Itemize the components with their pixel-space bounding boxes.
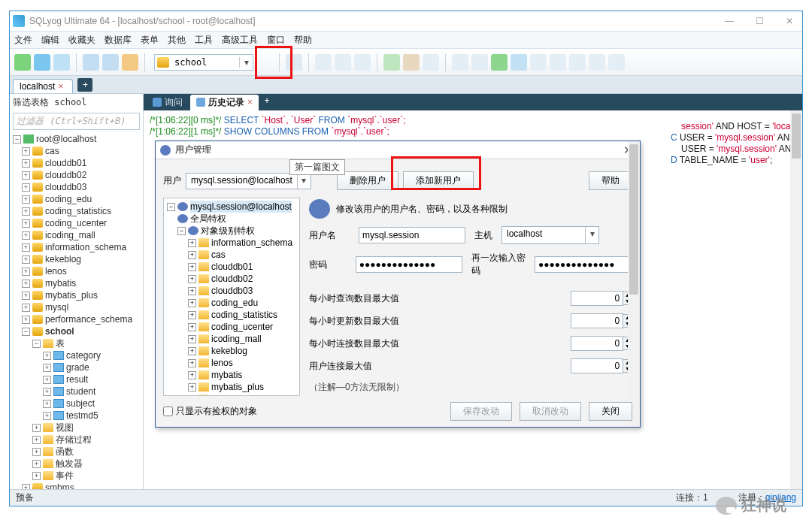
- folder-node[interactable]: +存储过程: [11, 434, 143, 446]
- priv-db-node[interactable]: +coding_ucenter: [165, 321, 298, 333]
- tool-icon-a[interactable]: [315, 54, 332, 71]
- show-privileged-checkbox[interactable]: 只显示有捡权的对象: [163, 405, 257, 418]
- table-node[interactable]: +testmd5: [11, 410, 143, 422]
- priv-db-node[interactable]: +coding_edu: [165, 297, 298, 309]
- chevron-down-icon[interactable]: ▾: [297, 174, 311, 189]
- tool-icon-k[interactable]: [530, 54, 547, 71]
- db-node[interactable]: +clouddb02: [11, 169, 143, 181]
- add-tab-button[interactable]: +: [260, 95, 274, 109]
- tool-icon-h[interactable]: [471, 54, 488, 71]
- db-node[interactable]: +clouddb01: [11, 157, 143, 169]
- tables-folder[interactable]: 表: [56, 337, 65, 349]
- privilege-tree[interactable]: −mysql.session@localhost 全局特权 −对象级别特权 +i…: [163, 198, 300, 396]
- password-input[interactable]: [356, 256, 462, 273]
- priv-global[interactable]: 全局特权: [190, 213, 226, 225]
- server-node[interactable]: root@localhost: [36, 133, 96, 145]
- priv-root[interactable]: mysql.session@localhost: [190, 201, 292, 213]
- tool-icon-i[interactable]: [491, 54, 508, 71]
- priv-db-node[interactable]: +coding_statistics: [165, 309, 298, 321]
- tool-icon-c[interactable]: [354, 54, 371, 71]
- priv-db-node[interactable]: +mysql: [165, 393, 298, 396]
- tool-icon-l[interactable]: [550, 54, 566, 71]
- db-node[interactable]: +lenos: [11, 265, 143, 277]
- delete-user-button[interactable]: 删除用户: [337, 171, 398, 190]
- folder-node[interactable]: +视图: [11, 422, 143, 434]
- close-dialog-button[interactable]: 关闭: [589, 402, 632, 421]
- db-node[interactable]: +mysql: [11, 301, 143, 313]
- run-all-icon[interactable]: [102, 54, 119, 71]
- table-node[interactable]: +result: [11, 373, 143, 385]
- db-node[interactable]: +kekeblog: [11, 253, 143, 265]
- menu-other[interactable]: 其他: [168, 34, 186, 47]
- db-school[interactable]: school: [45, 325, 74, 337]
- db-node[interactable]: +mybatis: [11, 277, 143, 289]
- close-button[interactable]: ✕: [780, 16, 799, 26]
- db-node[interactable]: +cas: [11, 145, 143, 157]
- priv-object[interactable]: 对象级别特权: [201, 225, 255, 237]
- tool-icon-g[interactable]: [452, 54, 468, 71]
- chevron-down-icon[interactable]: ▾: [239, 57, 253, 68]
- tool-icon-o[interactable]: [608, 54, 625, 71]
- minimize-button[interactable]: ―: [720, 16, 739, 26]
- table-node[interactable]: +grade: [11, 361, 143, 373]
- db-node[interactable]: +smbms: [11, 482, 143, 489]
- db-node[interactable]: +information_schema: [11, 241, 143, 253]
- tool-icon-d[interactable]: [383, 54, 400, 71]
- add-connection-button[interactable]: +: [77, 78, 92, 92]
- db-node[interactable]: +mybatis_plus: [11, 289, 143, 301]
- new-conn-icon[interactable]: [14, 54, 31, 71]
- table-node[interactable]: +category: [11, 349, 143, 361]
- table-node[interactable]: +student: [11, 385, 143, 398]
- priv-db-node[interactable]: +cas: [165, 249, 298, 261]
- tool-icon-e[interactable]: [403, 54, 420, 71]
- cancel-button[interactable]: 取消改动: [520, 402, 581, 421]
- connection-tab-localhost[interactable]: localhost ×: [13, 79, 73, 93]
- tool-icon-m[interactable]: [569, 54, 586, 71]
- menu-fav[interactable]: 收藏夹: [68, 34, 95, 47]
- tab-query[interactable]: 询问: [147, 95, 189, 110]
- add-user-button[interactable]: 添加新用户: [403, 171, 474, 190]
- host-selector[interactable]: localhost▾: [501, 226, 599, 244]
- menu-adv-tools[interactable]: 高级工具: [222, 34, 258, 47]
- tool-icon-b[interactable]: [335, 54, 351, 71]
- username-input[interactable]: [359, 227, 465, 243]
- limit-conn-input[interactable]: 0▲▼: [571, 336, 632, 351]
- filter-input[interactable]: 过滤器 (Ctrl+Shift+B): [13, 113, 140, 130]
- help-button[interactable]: 帮助: [589, 171, 632, 190]
- db-node[interactable]: +performance_schema: [11, 313, 143, 325]
- database-selector[interactable]: school ▾: [154, 54, 253, 71]
- folder-node[interactable]: +函数: [11, 446, 143, 458]
- limit-queries-input[interactable]: 0▲▼: [571, 291, 632, 306]
- maximize-button[interactable]: ☐: [750, 16, 769, 26]
- status-reg-link[interactable]: qinjiang: [765, 492, 796, 503]
- menu-table[interactable]: 表单: [141, 34, 159, 47]
- password2-input[interactable]: [535, 256, 632, 273]
- close-icon[interactable]: ×: [58, 81, 63, 92]
- object-tree[interactable]: −root@localhost +cas+clouddb01+clouddb02…: [10, 131, 143, 489]
- folder-node[interactable]: +触发器: [11, 458, 143, 470]
- priv-db-node[interactable]: +clouddb02: [165, 273, 298, 285]
- menu-tools[interactable]: 工具: [195, 34, 213, 47]
- tool-icon-j[interactable]: [511, 54, 527, 71]
- menu-help[interactable]: 帮助: [294, 34, 312, 47]
- priv-db-node[interactable]: +kekeblog: [165, 345, 298, 357]
- run-icon[interactable]: [83, 54, 99, 71]
- save-button[interactable]: 保存改动: [450, 402, 512, 421]
- priv-db-node[interactable]: +icoding_mall: [165, 333, 298, 345]
- menu-edit[interactable]: 编辑: [41, 34, 59, 47]
- priv-db-node[interactable]: +clouddb01: [165, 261, 298, 273]
- priv-db-node[interactable]: +clouddb03: [165, 285, 298, 297]
- editor-scrollbar[interactable]: [790, 110, 802, 489]
- open-icon[interactable]: [34, 54, 50, 71]
- limit-userconn-input[interactable]: 0▲▼: [571, 358, 632, 373]
- menu-file[interactable]: 文件: [14, 34, 32, 47]
- priv-db-node[interactable]: +mybatis_plus: [165, 381, 298, 393]
- db-node[interactable]: +coding_ucenter: [11, 217, 143, 229]
- folder-node[interactable]: +事件: [11, 470, 143, 482]
- priv-db-node[interactable]: +mybatis: [165, 369, 298, 381]
- menu-database[interactable]: 数据库: [105, 34, 132, 47]
- close-icon[interactable]: ×: [247, 97, 253, 107]
- menu-window[interactable]: 窗口: [267, 34, 285, 47]
- user-manager-icon[interactable]: [286, 54, 302, 71]
- db-node[interactable]: +coding_statistics: [11, 205, 143, 217]
